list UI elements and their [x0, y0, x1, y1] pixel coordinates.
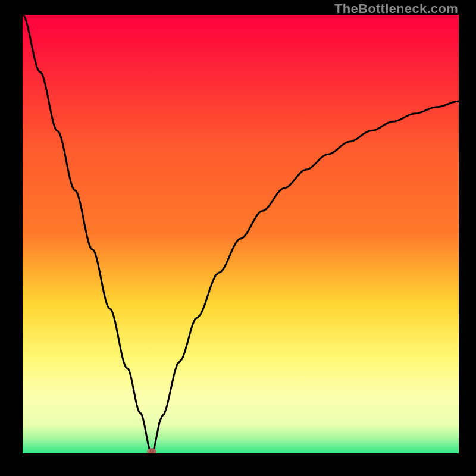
- chart-svg: [23, 15, 459, 453]
- svg-rect-0: [23, 15, 459, 453]
- chart-frame: TheBottleneck.com: [0, 0, 476, 476]
- plot-area: [23, 15, 459, 453]
